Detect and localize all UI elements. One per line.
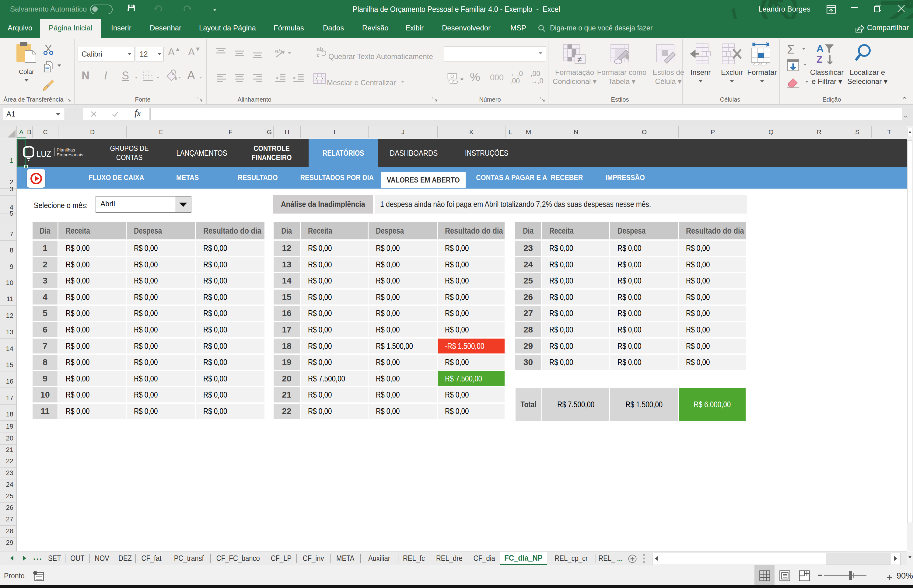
svg-text:c: c	[317, 52, 319, 58]
svg-text:A: A	[816, 43, 824, 54]
svg-text:≠: ≠	[577, 55, 581, 64]
svg-text:Z: Z	[816, 54, 822, 65]
